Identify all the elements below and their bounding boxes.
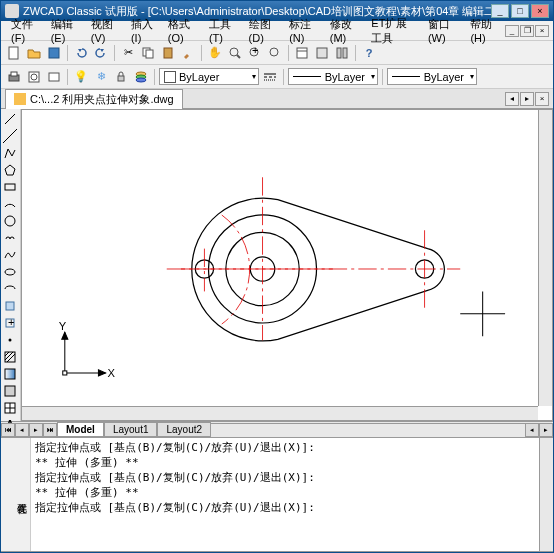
close-button[interactable]: × xyxy=(531,4,549,18)
mdi-close[interactable]: × xyxy=(535,25,549,37)
hatch-icon[interactable] xyxy=(1,349,19,365)
layout-next-icon[interactable]: ▸ xyxy=(29,423,43,437)
matchprop-icon[interactable] xyxy=(179,44,197,62)
zoom-win-icon[interactable]: + xyxy=(246,44,264,62)
gradient-icon[interactable] xyxy=(1,366,19,382)
menu-edit[interactable]: 编辑(E) xyxy=(45,15,85,46)
svg-marker-60 xyxy=(62,332,68,339)
command-history[interactable]: 指定拉伸点或 [基点(B)/复制(C)/放弃(U)/退出(X)]: ** 拉伸 … xyxy=(31,438,539,551)
svg-point-36 xyxy=(9,339,12,342)
maximize-button[interactable]: □ xyxy=(511,4,529,18)
polygon-icon[interactable] xyxy=(1,162,19,178)
svg-line-27 xyxy=(5,114,15,124)
layer-lock-icon[interactable] xyxy=(112,68,130,86)
svg-line-40 xyxy=(7,354,15,362)
menu-et[interactable]: ET扩展工具 xyxy=(365,14,422,48)
rectangle-icon[interactable] xyxy=(1,179,19,195)
mdi-minimize[interactable]: _ xyxy=(505,25,519,37)
dwg-icon xyxy=(14,93,26,105)
tab-layout1[interactable]: Layout1 xyxy=(104,422,158,437)
layout-first-icon[interactable]: ⏮ xyxy=(1,423,15,437)
layout-prev-icon[interactable]: ◂ xyxy=(15,423,29,437)
ellipse-icon[interactable] xyxy=(1,264,19,280)
redo-icon[interactable] xyxy=(92,44,110,62)
toolbar-properties: 💡 ❄ ByLayer ByLayer ByLayer xyxy=(1,65,553,89)
pline-icon[interactable] xyxy=(1,145,19,161)
menu-window[interactable]: 窗口(W) xyxy=(422,15,464,46)
publish-icon[interactable] xyxy=(45,68,63,86)
color-dropdown[interactable]: ByLayer xyxy=(159,68,259,85)
command-side-label: 要在优 xyxy=(1,438,31,551)
menu-file[interactable]: 文件(F) xyxy=(5,15,45,46)
menubar: 文件(F) 编辑(E) 视图(V) 插入(I) 格式(O) 工具(T) 绘图(D… xyxy=(1,21,553,41)
make-block-icon[interactable]: + xyxy=(1,315,19,331)
zoom-prev-icon[interactable] xyxy=(266,44,284,62)
menu-dim[interactable]: 标注(N) xyxy=(283,15,324,46)
scrollbar-vertical[interactable] xyxy=(538,110,552,406)
scrollbar-horizontal[interactable] xyxy=(22,406,538,420)
insert-block-icon[interactable] xyxy=(1,298,19,314)
tab-close-icon[interactable]: × xyxy=(535,92,549,106)
ucs-x-label: X xyxy=(108,367,116,379)
layout-last-icon[interactable]: ⏭ xyxy=(43,423,57,437)
menu-view[interactable]: 视图(V) xyxy=(85,15,125,46)
line-icon[interactable] xyxy=(1,111,19,127)
mdi-restore[interactable]: ❐ xyxy=(520,25,534,37)
svg-point-9 xyxy=(270,48,278,56)
svg-marker-29 xyxy=(5,165,15,175)
open-icon[interactable] xyxy=(25,44,43,62)
arc-icon[interactable] xyxy=(1,196,19,212)
svg-rect-0 xyxy=(9,47,18,59)
layer-manager-icon[interactable] xyxy=(132,68,150,86)
svg-rect-13 xyxy=(337,48,341,58)
circle-icon[interactable] xyxy=(1,213,19,229)
linetype-manager-icon[interactable] xyxy=(261,68,279,86)
copy-icon[interactable] xyxy=(139,44,157,62)
tab-next-icon[interactable]: ▸ xyxy=(520,92,534,106)
menu-help[interactable]: 帮助(H) xyxy=(464,15,505,46)
svg-rect-14 xyxy=(343,48,347,58)
tab-prev-icon[interactable]: ◂ xyxy=(505,92,519,106)
ellipse-arc-icon[interactable] xyxy=(1,281,19,297)
drawing-canvas[interactable]: Y X xyxy=(21,109,553,421)
doc-tab-label: C:\...2 利用夹点拉伸对象.dwg xyxy=(30,92,174,107)
layer-bulb-icon[interactable]: 💡 xyxy=(72,68,90,86)
undo-icon[interactable] xyxy=(72,44,90,62)
svg-rect-3 xyxy=(146,50,153,58)
print-icon[interactable] xyxy=(5,68,23,86)
svg-rect-16 xyxy=(11,72,17,76)
cut-icon[interactable]: ✂ xyxy=(119,44,137,62)
point-icon[interactable] xyxy=(1,332,19,348)
toolpalette-icon[interactable] xyxy=(333,44,351,62)
table-icon[interactable] xyxy=(1,400,19,416)
pan-icon[interactable]: ✋ xyxy=(206,44,224,62)
active-doc-tab[interactable]: C:\...2 利用夹点拉伸对象.dwg xyxy=(5,89,183,109)
menu-tools[interactable]: 工具(T) xyxy=(203,15,243,46)
menu-insert[interactable]: 插入(I) xyxy=(125,15,162,46)
save-icon[interactable] xyxy=(45,44,63,62)
properties-icon[interactable] xyxy=(293,44,311,62)
tab-model[interactable]: Model xyxy=(57,422,104,437)
linetype-dropdown[interactable]: ByLayer xyxy=(288,68,378,85)
help-icon[interactable]: ? xyxy=(360,44,378,62)
hscroll-left-icon[interactable]: ◂ xyxy=(525,423,539,437)
designcenter-icon[interactable] xyxy=(313,44,331,62)
revcloud-icon[interactable] xyxy=(1,230,19,246)
zoom-rt-icon[interactable] xyxy=(226,44,244,62)
region-icon[interactable] xyxy=(1,383,19,399)
spline-icon[interactable] xyxy=(1,247,19,263)
lineweight-dropdown[interactable]: ByLayer xyxy=(387,68,477,85)
layer-freeze-icon[interactable]: ❄ xyxy=(92,68,110,86)
xline-icon[interactable] xyxy=(1,128,19,144)
menu-format[interactable]: 格式(O) xyxy=(162,15,203,46)
new-icon[interactable] xyxy=(5,44,23,62)
menu-draw[interactable]: 绘图(D) xyxy=(243,15,284,46)
svg-rect-62 xyxy=(63,371,67,375)
preview-icon[interactable] xyxy=(25,68,43,86)
paste-icon[interactable] xyxy=(159,44,177,62)
tab-layout2[interactable]: Layout2 xyxy=(157,422,211,437)
menu-modify[interactable]: 修改(M) xyxy=(324,15,366,46)
cmd-scrollbar[interactable] xyxy=(539,438,553,551)
hscroll-right-icon[interactable]: ▸ xyxy=(539,423,553,437)
ucs-y-label: Y xyxy=(59,320,67,332)
